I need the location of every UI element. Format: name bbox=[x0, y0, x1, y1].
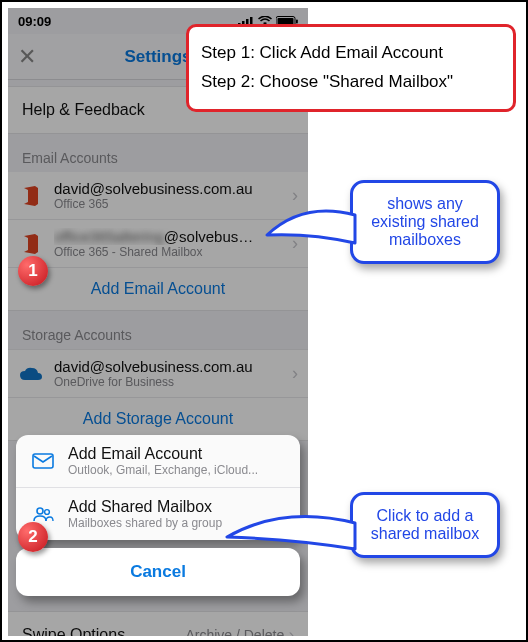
callout-existing-shared: shows any existing shared mailboxes bbox=[350, 180, 500, 264]
office365-icon bbox=[18, 231, 44, 257]
account-email: office365altering@solvebusin... bbox=[54, 228, 254, 245]
callout-tail bbox=[223, 509, 358, 569]
sheet-row-title: Add Shared Mailbox bbox=[68, 498, 222, 516]
account-sub: Office 365 bbox=[54, 197, 253, 211]
badge-1: 1 bbox=[18, 256, 48, 286]
badge-2: 2 bbox=[18, 522, 48, 552]
account-email: david@solvebusiness.com.au bbox=[54, 180, 253, 197]
clock: 09:09 bbox=[18, 14, 51, 29]
sheet-row-sub: Outlook, Gmail, Exchange, iCloud... bbox=[68, 463, 258, 477]
help-feedback-label: Help & Feedback bbox=[22, 101, 145, 118]
svg-point-8 bbox=[37, 508, 43, 514]
envelope-icon bbox=[30, 453, 56, 469]
account-sub: OneDrive for Business bbox=[54, 375, 253, 389]
svg-rect-6 bbox=[296, 19, 298, 23]
storage-account-row[interactable]: david@solvebusiness.com.au OneDrive for … bbox=[8, 349, 308, 398]
svg-rect-7 bbox=[33, 454, 53, 468]
onedrive-icon bbox=[18, 361, 44, 387]
email-accounts-header: Email Accounts bbox=[8, 134, 308, 172]
sheet-add-email-account[interactable]: Add Email Account Outlook, Gmail, Exchan… bbox=[16, 435, 300, 488]
nav-title: Settings bbox=[124, 47, 191, 67]
add-email-account-button[interactable]: Add Email Account bbox=[8, 268, 308, 311]
close-icon[interactable]: ✕ bbox=[18, 44, 36, 70]
svg-point-9 bbox=[45, 510, 50, 515]
group-icon bbox=[30, 506, 56, 522]
callout-click-add-shared: Click to add a shared mailbox bbox=[350, 492, 500, 558]
storage-accounts-header: Storage Accounts bbox=[8, 311, 308, 349]
sheet-row-sub: Mailboxes shared by a group bbox=[68, 516, 222, 530]
instruction-box: Step 1: Click Add Email Account Step 2: … bbox=[186, 24, 516, 112]
chevron-right-icon: › bbox=[292, 363, 298, 384]
swipe-value: Archive / Delete › bbox=[185, 626, 294, 636]
sheet-row-title: Add Email Account bbox=[68, 445, 258, 463]
callout-tail bbox=[263, 203, 358, 263]
account-sub: Office 365 - Shared Mailbox bbox=[54, 245, 254, 259]
office365-icon bbox=[18, 183, 44, 209]
swipe-options-row[interactable]: Swipe Options Archive / Delete › bbox=[8, 611, 308, 636]
swipe-label: Swipe Options bbox=[22, 626, 125, 636]
instruction-line-1: Step 1: Click Add Email Account bbox=[201, 39, 501, 68]
instruction-line-2: Step 2: Choose "Shared Mailbox" bbox=[201, 68, 501, 97]
account-email: david@solvebusiness.com.au bbox=[54, 358, 253, 375]
